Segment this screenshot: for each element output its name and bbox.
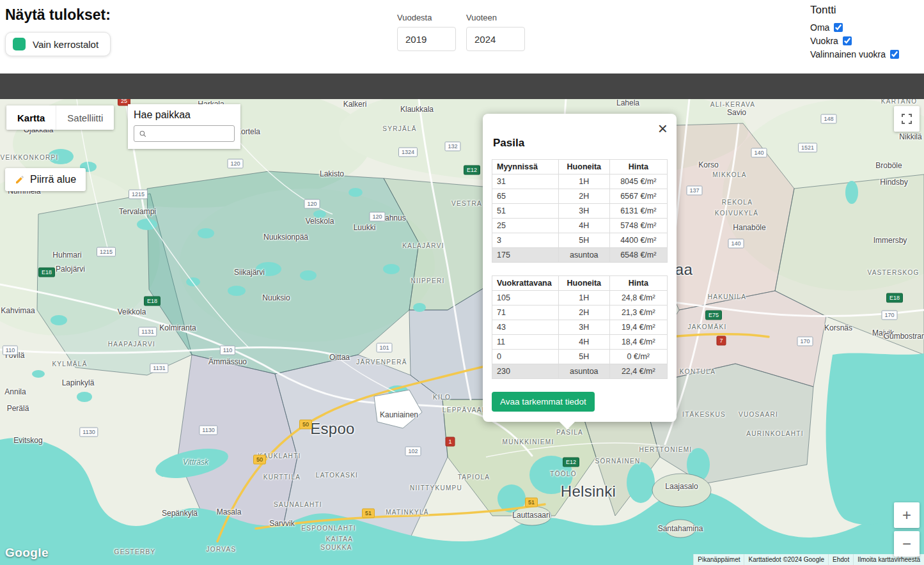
open-details-button[interactable]: Avaa tarkemmat tiedot [492,392,595,412]
table-cell: 0 €/m² [609,350,667,364]
popup-title: Pasila [493,137,668,150]
table-cell: 4400 €/m² [609,233,667,248]
shortcuts-link[interactable]: Pikanäppäimet [693,554,744,565]
table-cell: 11 [492,335,559,350]
table-row: 433H19,4 €/m² [492,320,668,335]
map-canvas[interactable]: EspooHelsinkiVantaaHarkalaKalkeriKlaukka… [0,99,924,565]
table-row: 35H4400 €/m² [492,233,668,248]
table-cell: 1H [559,291,609,306]
summary-cell: 6548 €/m² [609,248,667,263]
toolbar-strip [0,74,924,99]
map-type-control: Kartta Satelliitti [6,105,114,130]
table-cell: 51 [492,204,559,219]
table-cell: 3H [559,204,609,219]
table-row: 712H21,3 €/m² [492,306,668,320]
table-row: 05H0 €/m² [492,350,668,364]
top-bar: Näytä tulokset: Vain kerrostalot Vuodest… [0,0,924,74]
tontti-title: Tontti [810,4,899,17]
table-cell: 8045 €/m² [609,174,667,189]
pencil-icon [15,174,25,185]
table-cell: 21,3 €/m² [609,306,667,320]
column-header: Hinta [609,276,667,291]
sales-table: Myynnissä Huoneita Hinta 311H8045 €/m²65… [492,159,668,263]
close-icon[interactable]: × [655,119,670,138]
column-header: Huoneita [559,160,609,174]
table-cell: 19,4 €/m² [609,320,667,335]
toggle-color-swatch [13,38,26,50]
google-logo[interactable]: Google [5,546,49,560]
draw-area-label: Piirrä alue [30,174,76,185]
tontti-panel: Tontti Oma Vuokra Valinnainen vuokra [810,4,899,63]
map-terrain [0,99,924,565]
map-type-map-button[interactable]: Kartta [6,105,56,130]
zoom-in-button[interactable]: + [894,502,920,528]
year-to-label: Vuoteen [466,13,525,22]
year-to-input[interactable] [466,27,525,51]
table-cell: 5748 €/m² [609,219,667,233]
tontti-checkbox-oma[interactable] [834,23,843,32]
sales-table-header-row: Myynnissä Huoneita Hinta [492,160,668,174]
tontti-option-oma-label: Oma [810,22,829,33]
summary-cell: 230 [492,364,559,379]
column-header: Hinta [609,160,667,174]
place-search-box[interactable] [134,125,235,142]
column-header: Myynnissä [492,160,559,174]
table-cell: 3H [559,320,609,335]
year-from-input[interactable] [397,27,456,51]
only-apartments-label: Vain kerrostalot [33,39,98,50]
tontti-option-vuokra[interactable]: Vuokra [810,36,899,46]
page-title: Näytä tulokset: [5,6,111,24]
table-cell: 1H [559,174,609,189]
table-cell: 5H [559,350,609,364]
year-to-field: Vuoteen [466,13,525,51]
table-row: 1051H24,8 €/m² [492,291,668,306]
tontti-option-valinnainen-vuokra[interactable]: Valinnainen vuokra [810,49,899,59]
table-cell: 105 [492,291,559,306]
fullscreen-button[interactable] [894,106,920,132]
tontti-option-oma[interactable]: Oma [810,22,899,33]
map-data-copyright: Karttatiedot ©2024 Google [744,554,828,565]
summary-row: 230 asuntoa 22,4 €/m² [492,364,668,379]
table-cell: 4H [559,335,609,350]
summary-cell: asuntoa [559,364,609,379]
only-apartments-toggle[interactable]: Vain kerrostalot [5,32,111,56]
year-from-field: Vuodesta [397,13,456,51]
place-search-card: Hae paikkaa [128,104,240,149]
rent-table-header-row: Vuokrattavana Huoneita Hinta [492,276,668,291]
table-cell: 3 [492,233,559,248]
table-cell: 24,8 €/m² [609,291,667,306]
tontti-checkbox-vuokra[interactable] [843,36,852,45]
table-cell: 0 [492,350,559,364]
map-attribution: Pikanäppäimet Karttatiedot ©2024 Google … [693,554,924,565]
table-row: 114H18,4 €/m² [492,335,668,350]
info-window: × Pasila Myynnissä Huoneita Hinta 311H80… [483,114,677,422]
table-row: 513H6131 €/m² [492,204,668,219]
map-type-satellite-button[interactable]: Satelliitti [56,105,114,130]
terms-link[interactable]: Ehdot [828,554,853,565]
place-search-label: Hae paikkaa [134,109,235,121]
draw-area-button[interactable]: Piirrä alue [5,168,86,191]
tontti-checkbox-valinnainen-vuokra[interactable] [890,50,899,59]
summary-row: 175 asuntoa 6548 €/m² [492,248,668,263]
table-cell: 18,4 €/m² [609,335,667,350]
search-icon [139,130,147,138]
table-cell: 43 [492,320,559,335]
rent-table: Vuokrattavana Huoneita Hinta 1051H24,8 €… [492,275,668,379]
column-header: Vuokrattavana [492,276,559,291]
fullscreen-icon [902,114,912,124]
summary-cell: asuntoa [559,248,609,263]
table-cell: 71 [492,306,559,320]
table-cell: 2H [559,189,609,204]
table-cell: 4H [559,219,609,233]
tontti-option-valinnainen-vuokra-label: Valinnainen vuokra [810,49,886,59]
place-search-input[interactable] [151,128,230,139]
column-header: Huoneita [559,276,609,291]
summary-cell: 22,4 €/m² [609,364,667,379]
table-row: 311H8045 €/m² [492,174,668,189]
zoom-out-button[interactable]: − [894,531,920,557]
year-from-label: Vuodesta [397,13,456,22]
table-row: 652H6567 €/m² [492,189,668,204]
table-cell: 6131 €/m² [609,204,667,219]
table-cell: 65 [492,189,559,204]
table-cell: 31 [492,174,559,189]
